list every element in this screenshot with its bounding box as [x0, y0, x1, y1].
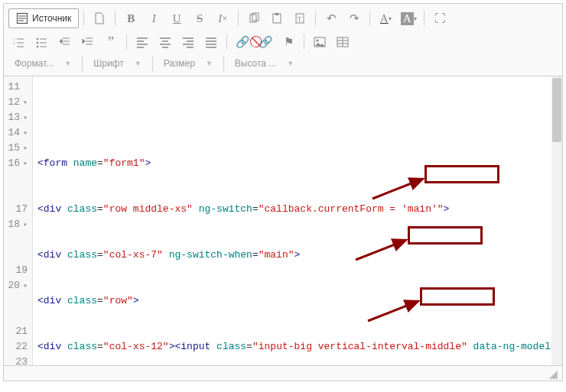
resize-handle-icon[interactable]: ◢	[549, 368, 558, 380]
code-editor[interactable]: 11 12▾ 13▾ 14▾ 15▾ 16▾ 17 18▾ 19 20▾ 21 …	[4, 76, 562, 365]
bold-icon[interactable]: B	[120, 8, 142, 29]
format-combo[interactable]: Формат...▼	[8, 55, 77, 72]
separator	[115, 11, 115, 26]
image-icon[interactable]	[309, 31, 330, 53]
separator	[83, 11, 84, 26]
code-line: <div class="row">	[37, 293, 558, 309]
caret-icon: ▼	[206, 60, 213, 67]
align-center-icon[interactable]	[155, 31, 176, 53]
svg-text:2: 2	[13, 41, 15, 45]
separator	[238, 11, 239, 26]
svg-point-11	[37, 46, 39, 48]
code-content[interactable]: <form name="form1"> <div class="row midd…	[33, 76, 562, 365]
maximize-icon[interactable]: ⛶	[429, 8, 451, 29]
outdent-icon[interactable]	[54, 31, 76, 53]
underline-icon[interactable]: U	[166, 8, 187, 29]
svg-line-15	[372, 179, 423, 199]
text-color-icon[interactable]: A▾	[375, 8, 396, 29]
bg-color-icon[interactable]: A▾	[398, 8, 419, 29]
numbered-list-icon[interactable]: 12	[8, 31, 30, 53]
code-line: <div class="col-xs-12"><input class="inp…	[37, 339, 558, 355]
paste-text-icon[interactable]: T	[289, 8, 311, 29]
caret-icon: ▼	[287, 60, 294, 67]
source-label: Источник	[32, 13, 71, 24]
new-page-icon[interactable]	[89, 8, 110, 29]
strike-icon[interactable]: S	[189, 8, 210, 29]
svg-rect-4	[275, 13, 278, 15]
code-line: <div class="row middle-xs" ng-switch="ca…	[37, 202, 558, 217]
paste-icon[interactable]	[266, 8, 288, 29]
code-line: <form name="form1">	[37, 156, 558, 171]
blockquote-icon[interactable]: ”	[100, 31, 122, 53]
bulleted-list-icon[interactable]	[31, 31, 53, 53]
separator	[315, 11, 316, 26]
svg-text:T: T	[298, 16, 301, 23]
anchor-icon[interactable]: ⚑	[278, 31, 299, 53]
editor-footer: ◢	[4, 365, 562, 381]
code-line: <div class="col-xs-7" ng-switch-when="ma…	[37, 248, 558, 263]
arrow-icon	[369, 174, 429, 203]
highlight-rect	[408, 226, 483, 245]
separator	[126, 34, 127, 50]
toolbar: Источник B I U S I× T ↶ ↷ A▾ A▾ ⛶ 12	[4, 4, 562, 76]
link-icon[interactable]: 🔗	[232, 31, 253, 53]
separator	[152, 56, 153, 71]
size-combo[interactable]: Размер▼	[158, 55, 219, 72]
svg-point-13	[317, 40, 319, 42]
scrollbar[interactable]	[551, 76, 562, 365]
lineheight-combo[interactable]: Высота ...▼	[229, 55, 300, 72]
copy-icon[interactable]	[243, 8, 265, 29]
source-button[interactable]: Источник	[8, 8, 79, 28]
separator	[424, 11, 424, 26]
font-combo[interactable]: Шрифт▼	[87, 55, 147, 72]
svg-point-9	[37, 38, 39, 40]
align-left-icon[interactable]	[132, 31, 153, 53]
separator	[369, 11, 370, 26]
align-justify-icon[interactable]	[200, 31, 222, 53]
separator	[226, 34, 227, 50]
italic-icon[interactable]: I	[143, 8, 164, 29]
caret-icon: ▼	[64, 60, 71, 67]
unlink-icon[interactable]: 🔗⃠	[255, 31, 276, 53]
undo-icon[interactable]: ↶	[320, 8, 342, 29]
svg-point-10	[37, 42, 39, 44]
separator	[223, 56, 224, 71]
scroll-thumb[interactable]	[552, 78, 561, 142]
align-right-icon[interactable]	[177, 31, 199, 53]
table-icon[interactable]	[332, 31, 353, 53]
separator	[304, 34, 304, 50]
indent-icon[interactable]	[77, 31, 99, 53]
separator	[82, 56, 83, 71]
source-icon	[16, 12, 28, 24]
ckeditor-frame: Источник B I U S I× T ↶ ↷ A▾ A▾ ⛶ 12	[3, 3, 563, 381]
caret-icon: ▼	[135, 60, 142, 67]
redo-icon[interactable]: ↷	[343, 8, 365, 29]
remove-format-icon[interactable]: I×	[212, 8, 233, 29]
line-gutter: 11 12▾ 13▾ 14▾ 15▾ 16▾ 17 18▾ 19 20▾ 21 …	[4, 76, 33, 365]
